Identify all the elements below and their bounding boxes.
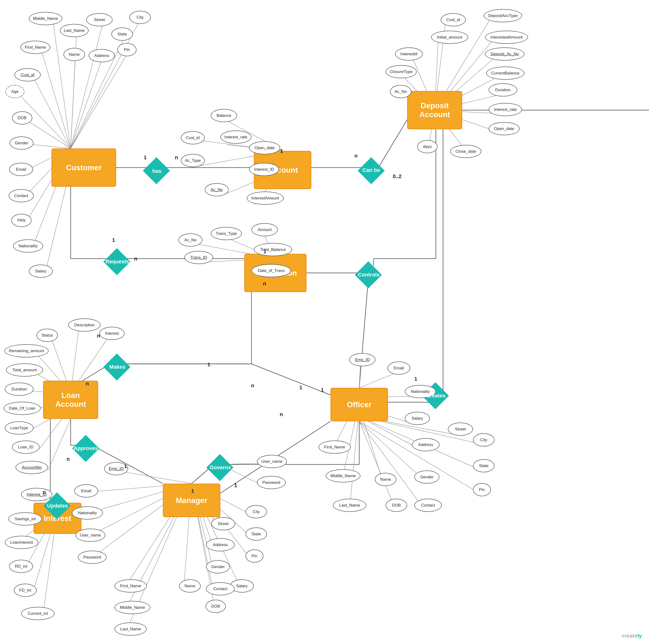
attr-first-name: First_Name — [20, 41, 50, 54]
mult-off-1a: 1 — [299, 384, 302, 391]
attr-remaining-amount: Remaining_amount — [4, 344, 49, 358]
svg-line-88 — [359, 372, 397, 388]
deposit-account-entity: Deposit Account — [407, 91, 462, 129]
svg-line-86 — [48, 419, 71, 470]
attr-off-salary: Salary — [405, 412, 430, 425]
customer-entity: Customer — [51, 148, 116, 187]
mult-trans-n1: 1 — [263, 248, 266, 255]
attr-off-city: City — [473, 433, 494, 447]
attr-closure-type: ClosureType — [386, 65, 417, 78]
svg-line-87 — [359, 363, 360, 388]
er-diagram: Customer Account Deposit Account Transac… — [0, 0, 649, 644]
attr-duration-loan: Duration — [5, 382, 34, 396]
attr-state: State — [112, 28, 133, 41]
attr-current-int: Current_int — [21, 607, 55, 620]
attr-mgr-address: Address — [206, 538, 235, 551]
attr-days: days — [417, 140, 437, 153]
attr-nationality: Nationality — [13, 239, 43, 252]
attr-loan-id: Loan_ID — [12, 441, 40, 454]
svg-line-32 — [71, 23, 103, 148]
makes-label: Makes — [103, 360, 132, 373]
svg-line-22 — [92, 445, 163, 484]
mult-has-left: 1 — [144, 154, 146, 160]
mult-makes-n: n — [97, 333, 100, 339]
mult-off-n: n — [251, 382, 254, 389]
officer-entity: Officer — [331, 388, 388, 421]
attr-off-pin: Pin — [473, 483, 491, 496]
attr-pan: PAN — [11, 214, 32, 227]
creately-badge: creately — [622, 632, 642, 639]
controls-label: Controls — [354, 268, 383, 281]
mult-acc-right: n — [354, 153, 357, 159]
attr-mgr-nationality: Nationality — [72, 506, 103, 519]
attr-mgr-gender: Gender — [206, 560, 230, 573]
attr-trans-type: Trans_Type — [211, 227, 242, 240]
attr-salary: Salary — [29, 265, 53, 278]
attr-cust-id-dep: Cust_id — [441, 13, 466, 26]
attr-off-dob: DOB — [386, 499, 407, 512]
mult-acc-left: 1 — [280, 148, 283, 154]
attr-acc-custid: Cust_id — [181, 131, 205, 144]
updates-label: Updates — [43, 499, 72, 513]
canbe-label: Can be — [358, 164, 384, 176]
svg-line-12 — [359, 273, 369, 388]
attr-initial-amount: Initial_amount — [431, 31, 468, 44]
attr-gov-username: User_name — [257, 455, 287, 468]
svg-line-3 — [378, 120, 407, 168]
attr-balance: Balance — [211, 109, 237, 122]
attr-mgr-email: Email — [74, 484, 98, 498]
attr-off-firstname: First_Name — [318, 441, 351, 454]
attr-age: Age — [5, 85, 25, 98]
officer-label: Officer — [347, 400, 372, 409]
attr-deposit-ac-no: Deposit_Ac_No — [485, 47, 524, 60]
attr-interest-rate: Interest_rate — [220, 131, 252, 144]
svg-line-97 — [359, 421, 424, 509]
attr-close-date: Close_date — [450, 145, 481, 158]
mult-makes-1: 1 — [207, 362, 210, 368]
attr-gov-password: Password — [257, 476, 286, 489]
svg-line-101 — [350, 407, 359, 509]
attr-loan-interest: LoanInterest — [5, 536, 38, 549]
attr-interest-loan: Interest — [99, 327, 125, 340]
approves-label: Approves — [71, 441, 100, 456]
mult-trans-n2: n — [263, 281, 266, 287]
svg-line-40 — [32, 76, 71, 148]
attr-gender: Gender — [10, 136, 34, 150]
mult-off-n2: n — [280, 411, 283, 417]
attr-interest-id-dep: InterestId — [395, 47, 423, 60]
attr-contact: Contact — [9, 189, 34, 202]
attr-mgr-city: City — [246, 505, 267, 518]
attr-description: Description — [68, 318, 100, 332]
mult-loan-n: n — [86, 381, 89, 387]
attr-trans-acno: Ac_No — [178, 233, 202, 246]
mult-mgr-1a: 1 — [234, 482, 237, 489]
svg-line-36 — [40, 44, 71, 148]
mult-updates-n: n — [43, 489, 46, 495]
attr-amount: Amount — [252, 223, 278, 236]
mult-approves-n: n — [67, 456, 70, 462]
attr-mgr-lastname: Last_Name — [115, 623, 147, 636]
attr-name: Name — [63, 48, 85, 61]
attr-mgr-contact: Contact — [206, 582, 235, 595]
mult-approves-1: 1 — [124, 463, 127, 469]
attr-address: Address — [89, 49, 115, 62]
svg-line-39 — [71, 50, 129, 148]
svg-line-17 — [252, 364, 331, 395]
customer-label: Customer — [66, 163, 101, 172]
attr-interest-amount: InterestAmount — [247, 191, 284, 205]
svg-line-31 — [53, 19, 71, 148]
attr-loan-type: LoanType — [5, 421, 34, 434]
manager-label: Manager — [176, 496, 207, 505]
svg-line-103 — [115, 470, 191, 484]
svg-line-38 — [71, 56, 103, 148]
attr-mgr-password: Password — [78, 551, 106, 564]
attr-off-gender: Gender — [414, 470, 439, 484]
attr-off-state: State — [473, 459, 494, 472]
attr-mgr-state: State — [246, 527, 267, 541]
attr-date-of-loan: Date_Of_Loan — [4, 402, 41, 415]
attr-street: Street — [86, 13, 113, 26]
attr-off-middlename: Middle_Name — [326, 469, 360, 482]
attr-emp-id: Emp_ID — [349, 353, 376, 366]
loan-account-label: Loan Account — [55, 391, 86, 409]
attr-off-contact: Contact — [414, 499, 442, 512]
